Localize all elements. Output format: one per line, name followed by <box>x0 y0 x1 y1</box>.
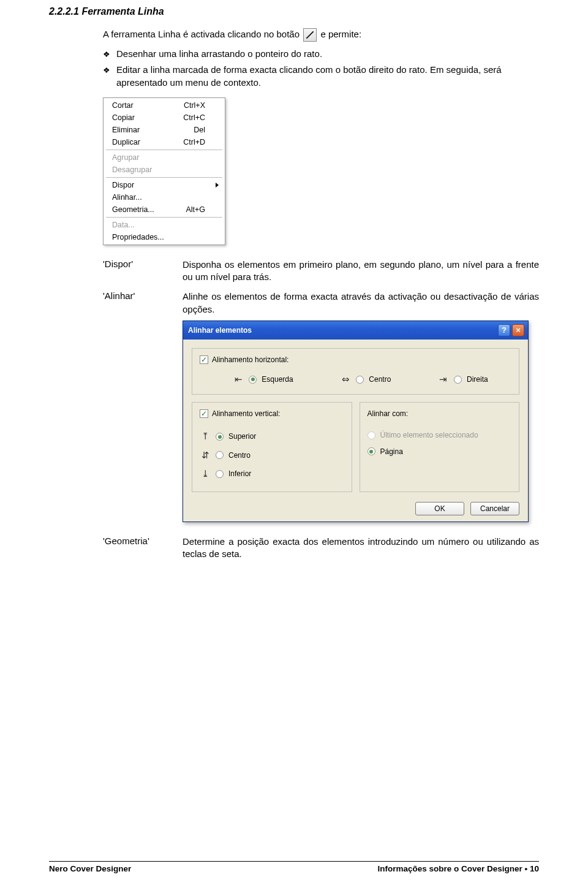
definition-term: 'Geometria' <box>103 536 183 561</box>
option-label: Inferior <box>228 469 251 479</box>
footer-left: Nero Cover Designer <box>49 864 131 873</box>
align-right-icon: ⇥ <box>438 373 449 385</box>
menu-separator <box>106 177 222 178</box>
option-label: Direita <box>467 374 488 384</box>
radio[interactable] <box>368 447 375 455</box>
menu-shortcut: Ctrl+X <box>184 101 205 110</box>
ok-button[interactable]: OK <box>415 502 464 515</box>
menu-label: Cortar <box>112 101 134 110</box>
menu-item-agrupar: Agrupar <box>105 151 224 164</box>
horiz-option-centro[interactable]: ⇔ Centro <box>340 373 391 385</box>
align-with-label: Alinhar com: <box>368 409 512 419</box>
menu-item-duplicar[interactable]: Duplicar Ctrl+D <box>105 136 224 148</box>
radio <box>368 431 375 439</box>
horizontal-checkbox[interactable] <box>200 355 208 364</box>
definition-term: 'Dispor' <box>103 259 183 284</box>
option-label: Esquerda <box>262 374 293 384</box>
menu-shortcut: Alt+G <box>186 205 205 214</box>
intro-paragraph: A ferramenta Linha é activada clicando n… <box>103 28 539 42</box>
radio[interactable] <box>454 376 462 384</box>
menu-separator <box>106 150 222 150</box>
help-button[interactable]: ? <box>498 324 510 336</box>
radio[interactable] <box>216 451 224 459</box>
menu-label: Alinhar... <box>112 193 142 202</box>
option-label: Página <box>380 447 403 457</box>
vert-option-superior[interactable]: ⤒ Superior <box>200 427 344 446</box>
section-heading: 2.2.2.1 Ferramenta Linha <box>49 6 539 17</box>
align-with-option-last: Último elemento seleccionado <box>368 427 512 443</box>
definition-body: Disponha os elementos em primeiro plano,… <box>183 259 539 284</box>
menu-separator <box>106 217 222 218</box>
menu-item-dispor[interactable]: Dispor <box>105 179 224 191</box>
menu-item-data: Data... <box>105 219 224 231</box>
line-tool-icon <box>303 28 317 42</box>
dialog-title: Alinhar elementos <box>188 325 252 335</box>
definition-alinhar: 'Alinhar' Alinhe os elementos de forma e… <box>103 290 539 522</box>
intro-suffix: e permite: <box>320 29 361 39</box>
menu-shortcut: Del <box>194 126 205 134</box>
bullet-text: Desenhar uma linha arrastando o ponteiro… <box>116 48 322 59</box>
vert-option-centro[interactable]: ⇵ Centro <box>200 446 344 465</box>
menu-label: Data... <box>112 221 135 229</box>
dialog-titlebar: Alinhar elementos ? × <box>183 321 528 340</box>
menu-label: Desagrupar <box>112 165 152 174</box>
footer-right-text: Informações sobre o Cover Designer <box>377 864 522 873</box>
cancel-button[interactable]: Cancelar <box>470 502 519 515</box>
list-item: ❖Editar a linha marcada de forma exacta … <box>103 64 539 89</box>
definition-text: Alinhe os elementos de forma exacta atra… <box>183 290 539 316</box>
align-with-group: Alinhar com: Último elemento seleccionad… <box>360 402 520 492</box>
option-label: Centro <box>228 450 251 460</box>
horiz-option-esquerda[interactable]: ⇤ Esquerda <box>233 373 293 385</box>
horizontal-label: Alinhamento horizontal: <box>212 355 288 365</box>
menu-item-geometria[interactable]: Geometria... Alt+G <box>105 203 224 216</box>
horizontal-alignment-group: Alinhamento horizontal: ⇤ Esquerda ⇔ <box>192 348 519 395</box>
vertical-label: Alinhamento vertical: <box>212 409 280 419</box>
bullet-icon: ❖ <box>103 65 110 76</box>
menu-item-copiar[interactable]: Copiar Ctrl+C <box>105 112 224 124</box>
radio[interactable] <box>249 376 257 384</box>
menu-shortcut: Ctrl+C <box>183 113 205 122</box>
option-label: Centro <box>369 374 391 384</box>
menu-label: Copiar <box>112 113 135 122</box>
page-footer: Nero Cover Designer Informações sobre o … <box>49 861 539 873</box>
menu-item-alinhar[interactable]: Alinhar... <box>105 191 224 203</box>
submenu-arrow-icon <box>216 183 219 188</box>
option-label: Superior <box>228 431 256 441</box>
bullet-list: ❖Desenhar uma linha arrastando o ponteir… <box>103 48 539 89</box>
menu-item-eliminar[interactable]: Eliminar Del <box>105 124 224 136</box>
definition-body: Determine a posição exacta dos elementos… <box>183 536 539 561</box>
page-number: 10 <box>530 864 539 873</box>
menu-label: Eliminar <box>112 126 140 134</box>
menu-label: Duplicar <box>112 138 140 146</box>
vert-option-inferior[interactable]: ⤓ Inferior <box>200 465 344 483</box>
menu-shortcut: Ctrl+D <box>183 138 205 146</box>
vertical-alignment-group: Alinhamento vertical: ⤒ Superior ⇵ <box>192 402 352 492</box>
context-menu: Cortar Ctrl+X Copiar Ctrl+C Eliminar Del… <box>103 97 225 245</box>
align-bottom-icon: ⤓ <box>200 468 211 480</box>
radio[interactable] <box>216 470 224 478</box>
menu-label: Geometria... <box>112 205 154 214</box>
definition-geometria: 'Geometria' Determine a posição exacta d… <box>103 536 539 561</box>
menu-label: Agrupar <box>112 153 139 162</box>
align-elements-dialog: Alinhar elementos ? × Alinhamento horizo… <box>183 321 529 522</box>
bullet-separator: • <box>524 864 529 873</box>
menu-item-propriedades[interactable]: Propriedades... <box>105 231 224 243</box>
menu-item-cortar[interactable]: Cortar Ctrl+X <box>105 99 224 112</box>
definition-body: Alinhe os elementos de forma exacta atra… <box>183 290 539 522</box>
list-item: ❖Desenhar uma linha arrastando o ponteir… <box>103 48 539 60</box>
option-label: Último elemento seleccionado <box>380 430 478 440</box>
footer-right: Informações sobre o Cover Designer • 10 <box>377 864 539 873</box>
definition-dispor: 'Dispor' Disponha os elementos em primei… <box>103 259 539 284</box>
close-button[interactable]: × <box>512 324 524 336</box>
align-with-option-page[interactable]: Página <box>368 444 512 460</box>
vertical-checkbox[interactable] <box>200 409 208 418</box>
bullet-text: Editar a linha marcada de forma exacta c… <box>116 64 502 87</box>
menu-item-desagrupar: Desagrupar <box>105 164 224 176</box>
horiz-option-direita[interactable]: ⇥ Direita <box>438 373 488 385</box>
align-top-icon: ⤒ <box>200 430 211 442</box>
intro-prefix: A ferramenta Linha é activada clicando n… <box>103 29 302 39</box>
radio[interactable] <box>216 433 224 441</box>
align-left-icon: ⇤ <box>233 373 244 385</box>
align-middle-icon: ⇵ <box>200 449 211 461</box>
radio[interactable] <box>356 376 364 384</box>
